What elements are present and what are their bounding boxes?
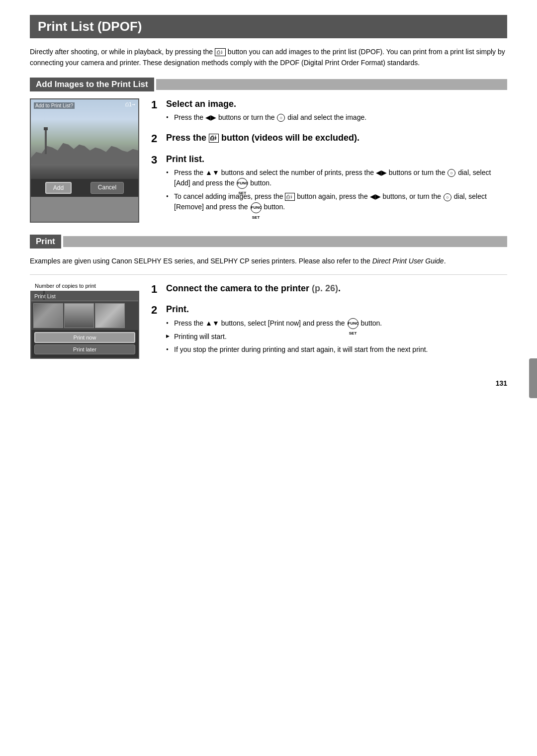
step-2-title: Press the ⎙↯ button (videos will be excl… — [166, 132, 507, 144]
dial-icon-1: ○ — [277, 114, 285, 122]
intro-text: Directly after shooting, or while in pla… — [30, 46, 507, 69]
camera-buttons: Add Cancel — [31, 179, 138, 197]
print-thumb-3 — [95, 303, 125, 328]
print-header-bar — [63, 236, 507, 247]
print-step-1-content: Connect the camera to the printer (p. 26… — [166, 283, 507, 297]
print-steps: 1 Connect the camera to the printer (p. … — [151, 283, 507, 364]
add-images-section-header: Add Images to the Print List — [30, 78, 507, 91]
print-intro: Examples are given using Canon SELPHY ES… — [30, 255, 507, 266]
camera-icon-overlay: ⎙1➞ — [125, 101, 135, 108]
camera-screen-add: Add to Print List? ⎙1➞ Add Cancel — [30, 98, 139, 223]
print-now-btn[interactable]: Print now — [34, 332, 135, 343]
page-ref: (p. 26) — [312, 283, 338, 293]
print-thumb-2 — [64, 303, 94, 328]
step-3-title: Print list. — [166, 154, 507, 165]
dial-icon-2: ○ — [448, 169, 455, 177]
print-thumbs — [31, 301, 138, 330]
print-step-1-number: 1 — [151, 284, 161, 295]
add-images-layout: Add to Print List? ⎙1➞ Add Cancel 1 Sele… — [30, 98, 507, 223]
print-bullet-3: If you stop the printer during printing … — [166, 344, 507, 355]
print-thumb-1 — [33, 303, 63, 328]
camera-image: Add to Print List? ⎙1➞ — [31, 99, 138, 179]
print-screen: Print List Print now Print later — [30, 291, 139, 359]
step-2: 2 Press the ⎙↯ button (videos will be ex… — [151, 132, 507, 146]
step-1-title: Select an image. — [166, 98, 507, 110]
print-bullet-1: Press the ▲▼ buttons, select [Print now]… — [166, 318, 507, 329]
add-images-header-text: Add Images to the Print List — [30, 78, 154, 91]
add-button[interactable]: Add — [45, 182, 72, 194]
copies-label: Number of copies to print — [35, 283, 139, 289]
step-1-number: 1 — [151, 99, 161, 110]
print-layout: Number of copies to print Print List Pri… — [30, 283, 507, 364]
step-2-number: 2 — [151, 133, 161, 144]
step-3-bullet-2: To cancel adding images, press the ⎙↯ bu… — [166, 191, 507, 213]
step-3-bullet-1: Press the ▲▼ buttons and select the numb… — [166, 168, 507, 189]
divider — [30, 274, 507, 275]
print-step-1: 1 Connect the camera to the printer (p. … — [151, 283, 507, 297]
print-step-2: 2 Print. Press the ▲▼ buttons, select [P… — [151, 304, 507, 357]
print-step-1-title: Connect the camera to the printer (p. 26… — [166, 283, 507, 294]
page-title: Print List (DPOF) — [30, 15, 507, 38]
cancel-button[interactable]: Cancel — [90, 182, 124, 194]
print-step-2-title: Print. — [166, 304, 507, 315]
print-bullet-2: Printing will start. — [166, 332, 507, 342]
guide-ref: Direct Print User Guide — [372, 257, 444, 265]
step-1-bullets: Press the ◀▶ buttons or turn the ○ dial … — [166, 112, 507, 123]
print-later-btn[interactable]: Print later — [34, 344, 135, 354]
step-3-number: 3 — [151, 155, 161, 166]
func-icon-3: FUNCSET — [348, 318, 358, 329]
step-2-content: Press the ⎙↯ button (videos will be excl… — [166, 132, 507, 146]
print-step-2-content: Print. Press the ▲▼ buttons, select [Pri… — [166, 304, 507, 357]
camera-add-label: Add to Print List? — [34, 102, 75, 109]
print-screen-menu: Print now Print later — [31, 330, 138, 358]
page-number: 131 — [30, 379, 507, 387]
add-steps: 1 Select an image. Press the ◀▶ buttons … — [151, 98, 507, 223]
func-icon-2: FUNCSET — [251, 202, 262, 213]
step-3: 3 Print list. Press the ▲▼ buttons and s… — [151, 154, 507, 216]
step-1-content: Select an image. Press the ◀▶ buttons or… — [166, 98, 507, 125]
dial-icon-3: ○ — [444, 193, 451, 201]
right-tab — [529, 358, 537, 398]
func-icon-1: FUNCSET — [237, 178, 248, 189]
print-section-header: Print — [30, 235, 507, 249]
print-step-2-number: 2 — [151, 305, 161, 316]
print-screen-header-text: Print List — [31, 292, 138, 301]
step-1-bullet-1: Press the ◀▶ buttons or turn the ○ dial … — [166, 112, 507, 123]
step-3-bullets: Press the ▲▼ buttons and select the numb… — [166, 168, 507, 213]
step-1: 1 Select an image. Press the ◀▶ buttons … — [151, 98, 507, 125]
header-bar — [156, 79, 507, 90]
print-step-2-bullets: Press the ▲▼ buttons, select [Print now]… — [166, 318, 507, 355]
print-header-text: Print — [30, 235, 61, 249]
print-screen-container: Number of copies to print Print List Pri… — [30, 283, 139, 359]
step-3-content: Print list. Press the ▲▼ buttons and sel… — [166, 154, 507, 216]
